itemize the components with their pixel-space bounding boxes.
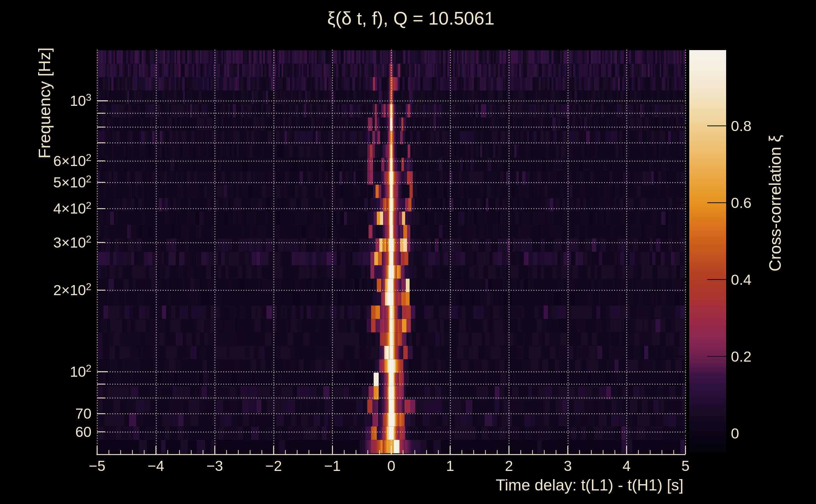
y-tick-label-200: 2×102 (13, 283, 91, 297)
y-tick-label-70: 70 (13, 406, 91, 421)
spectrogram-heatmap-canvas (0, 0, 816, 504)
colorbar-tick-label-0.2: 0.2 (731, 349, 751, 364)
y-tick-base: 10 (70, 93, 86, 109)
colorbar-tick-label-0.4: 0.4 (731, 272, 751, 287)
y-tick-base: 70 (75, 405, 91, 422)
y-tick-exponent: 2 (86, 281, 91, 292)
colorbar-tick-label-0: 0 (731, 426, 739, 441)
y-tick-label-600: 6×102 (13, 154, 91, 168)
y-tick-base: 6×10 (53, 153, 86, 169)
y-tick-base: 60 (75, 424, 91, 440)
colorbar-title: Cross-correlation ξ (767, 135, 783, 272)
qscan-figure: ξ(δ t, f), Q = 10.5061 Frequency [Hz] Ti… (0, 0, 816, 504)
y-tick-exponent: 2 (86, 200, 91, 211)
y-tick-exponent: 2 (86, 174, 91, 185)
x-tick-label-0: 0 (366, 459, 417, 473)
y-tick-base: 2×10 (53, 282, 86, 298)
x-tick-label-3: 3 (543, 459, 593, 473)
y-tick-label-60: 60 (13, 425, 91, 439)
x-tick-label--2: −2 (249, 459, 299, 473)
x-tick-label--3: −3 (189, 459, 240, 473)
y-tick-exponent: 2 (86, 234, 91, 245)
x-tick-label-4: 4 (601, 459, 652, 473)
plot-title: ξ(δ t, f), Q = 10.5061 (327, 9, 495, 27)
y-tick-label-400: 4×102 (13, 201, 91, 216)
x-tick-label--1: −1 (307, 459, 358, 473)
y-tick-exponent: 2 (86, 152, 91, 163)
y-tick-exponent: 2 (86, 363, 91, 374)
y-tick-base: 5×10 (53, 174, 86, 191)
y-tick-base: 4×10 (53, 200, 86, 217)
x-axis-title: Time delay: t(L1) - t(H1) [s] (496, 477, 683, 493)
x-tick-label--5: −5 (72, 459, 122, 473)
x-tick-label-1: 1 (425, 459, 475, 473)
x-tick-label-5: 5 (660, 459, 711, 473)
y-tick-label-100: 102 (13, 364, 91, 379)
y-tick-label-1000: 103 (13, 94, 91, 108)
y-tick-base: 3×10 (53, 234, 86, 251)
colorbar-tick-label-0.6: 0.6 (731, 195, 751, 210)
y-tick-base: 10 (70, 364, 86, 380)
y-tick-label-500: 5×102 (13, 175, 91, 190)
colorbar-tick-label-0.8: 0.8 (731, 118, 751, 133)
x-tick-label--4: −4 (131, 459, 181, 473)
y-tick-label-300: 3×102 (13, 235, 91, 250)
y-tick-exponent: 3 (86, 92, 91, 103)
x-tick-label-2: 2 (484, 459, 534, 473)
